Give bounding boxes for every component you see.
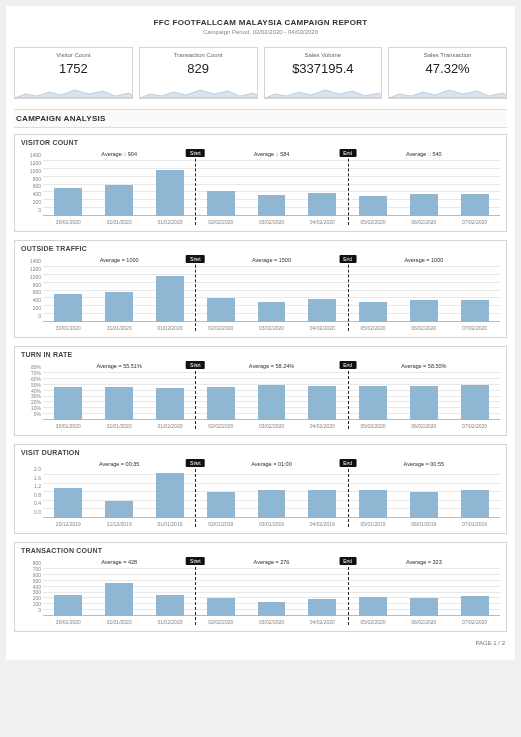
bar <box>156 170 184 216</box>
bar <box>207 387 235 420</box>
x-tick: 04/02/2020 <box>310 219 335 225</box>
bar <box>308 599 336 616</box>
band-average: Average = 428 <box>101 559 137 565</box>
bar <box>105 583 133 616</box>
section-title: CAMPAIGN ANALYSIS <box>14 109 507 128</box>
bar <box>461 490 489 518</box>
bar <box>308 299 336 322</box>
bar <box>105 501 133 518</box>
y-tick: 200 <box>21 305 41 311</box>
kpi-value: $337195.4 <box>269 61 378 76</box>
band-average: Average :: 904 <box>101 151 137 157</box>
bar <box>410 194 438 216</box>
divider-line <box>195 149 196 225</box>
band-average: Average :: 540 <box>406 151 442 157</box>
bar <box>105 185 133 216</box>
bar <box>105 292 133 322</box>
kpi-label: Sales Transaction <box>393 52 502 58</box>
x-tick: 02/01/2019 <box>208 521 233 527</box>
x-tick: 03/02/2020 <box>259 619 284 625</box>
y-tick: 800 <box>21 282 41 288</box>
band-average: Average = 00:35 <box>99 461 139 467</box>
bar <box>461 596 489 616</box>
x-tick: 04/02/2020 <box>310 423 335 429</box>
x-tick: 02/02/2020 <box>208 423 233 429</box>
x-tick: 03/02/2020 <box>259 423 284 429</box>
bar <box>207 492 235 518</box>
bar <box>258 302 286 322</box>
report-title: FFC FOOTFALLCAM MALAYSIA CAMPAIGN REPORT <box>14 18 507 27</box>
chart-card: OUTSIDE TRAFFICAverage = 1000Average = 1… <box>14 240 507 338</box>
band-average: Average = 1000 <box>404 257 443 263</box>
y-tick: 200 <box>21 199 41 205</box>
y-tick: 600 <box>21 572 41 578</box>
bar <box>207 298 235 322</box>
y-tick: 1400 <box>21 152 41 158</box>
y-tick: 1.2 <box>21 483 41 489</box>
bar <box>410 492 438 518</box>
bar <box>54 595 82 616</box>
x-tick: 21/12/2019 <box>107 521 132 527</box>
x-tick: 03/02/2020 <box>259 325 284 331</box>
kpi-row: Visitor Count1752Transaction Count829Sal… <box>14 47 507 99</box>
kpi-value: 47.32% <box>393 61 502 76</box>
y-tick: 0.8 <box>21 492 41 498</box>
x-tick: 01/02/2020 <box>157 219 182 225</box>
y-tick: 400 <box>21 191 41 197</box>
kpi-label: Transaction Count <box>144 52 253 58</box>
chart-card: TURN IN RATEAverage = 55.51%Average = 58… <box>14 346 507 436</box>
bar <box>461 300 489 322</box>
divider-line <box>195 361 196 429</box>
band-average: Average = 00:55 <box>404 461 444 467</box>
divider-line <box>195 255 196 331</box>
chart-title: TURN IN RATE <box>21 351 500 358</box>
y-tick: 1200 <box>21 160 41 166</box>
kpi-value: 1752 <box>19 61 128 76</box>
bar <box>308 490 336 518</box>
y-tick: 0% <box>21 411 41 417</box>
divider-line <box>348 149 349 225</box>
x-tick: 07/02/2020 <box>462 325 487 331</box>
x-tick: 05/02/2020 <box>361 423 386 429</box>
plot-area: 020040060080010001200140030/01/202031/01… <box>43 267 500 331</box>
x-tick: 31/01/2020 <box>107 423 132 429</box>
band-average: Average = 1500 <box>252 257 291 263</box>
chart-title: OUTSIDE TRAFFIC <box>21 245 500 252</box>
y-tick: 40% <box>21 388 41 394</box>
x-tick: 01/02/2020 <box>157 619 182 625</box>
y-tick: 1.6 <box>21 475 41 481</box>
bar <box>359 386 387 420</box>
page-footer: PAGE 1 / 2 <box>14 640 507 646</box>
x-tick: 04/02/2020 <box>310 619 335 625</box>
band-average: Average = 323 <box>406 559 442 565</box>
plot-area: 0%10%20%30%40%50%60%70%80%30/01/202031/0… <box>43 373 500 429</box>
divider-line <box>348 557 349 625</box>
x-tick: 30/01/2020 <box>56 619 81 625</box>
x-tick: 05/02/2020 <box>361 325 386 331</box>
x-tick: 31/01/2020 <box>107 325 132 331</box>
band-average: Average = 1000 <box>100 257 139 263</box>
plot-area: 0.00.40.81.21.62.020/12/201921/12/201901… <box>43 471 500 527</box>
y-tick: 0.0 <box>21 509 41 515</box>
x-tick: 05/02/2020 <box>361 619 386 625</box>
band-strip: Average = 00:35Average = 01:00Average = … <box>43 459 500 471</box>
x-tick: 03/02/2020 <box>259 219 284 225</box>
bar <box>105 387 133 420</box>
y-tick: 200 <box>21 595 41 601</box>
y-tick: 300 <box>21 589 41 595</box>
x-tick: 30/01/2020 <box>56 219 81 225</box>
bar <box>258 385 286 420</box>
bar <box>359 490 387 518</box>
kpi-label: Sales Volume <box>269 52 378 58</box>
bar <box>258 195 286 216</box>
y-tick: 400 <box>21 584 41 590</box>
bar <box>54 387 82 420</box>
x-tick: 31/01/2020 <box>107 619 132 625</box>
y-tick: 700 <box>21 566 41 572</box>
y-tick: 80% <box>21 364 41 370</box>
x-tick: 31/01/2020 <box>107 219 132 225</box>
band-average: Average = 58.24% <box>249 363 294 369</box>
bar <box>156 595 184 616</box>
y-tick: 800 <box>21 560 41 566</box>
x-tick: 06/02/2020 <box>411 219 436 225</box>
